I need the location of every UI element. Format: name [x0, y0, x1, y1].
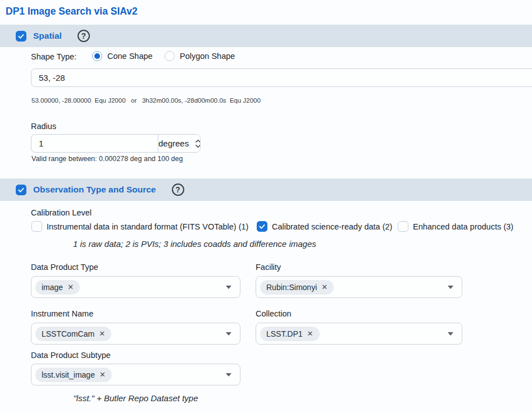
page-title: DP1 Image Search via SIAv2 [6, 6, 138, 17]
section-title-spatial: Spatial [33, 31, 62, 41]
section-header-observation: Observation Type and Source ? [0, 178, 532, 201]
enhanced-products-checkbox[interactable] [398, 221, 408, 232]
chip-remove-icon[interactable]: ✕ [99, 371, 106, 378]
dropdown-arrow-icon [226, 373, 231, 377]
position-hint: 53.00000, -28.00000 Equ J2000 or 3h32m00… [31, 97, 261, 104]
radio-label: Polygon Shape [180, 52, 235, 61]
collection-combobox[interactable]: LSST.DP1 ✕ [256, 323, 462, 345]
radio-option-polygon-shape: Polygon Shape [165, 51, 235, 61]
chip-label: image [42, 283, 63, 292]
section-header-spatial: Spatial ? [0, 25, 532, 47]
facility-combobox[interactable]: Rubin:Simonyi ✕ [256, 276, 462, 298]
calibrated-data-checkbox[interactable] [257, 221, 267, 232]
chip-remove-icon[interactable]: ✕ [99, 330, 105, 337]
instrumental-data-checkbox[interactable] [31, 221, 42, 232]
checkbox-item-calibrated: Calibrated science-ready data (2) [257, 221, 392, 232]
observation-section-checkbox[interactable] [16, 185, 26, 195]
instrument-name-label: Instrument Name [31, 309, 93, 318]
data-product-type-combobox[interactable]: image ✕ [31, 276, 240, 298]
help-icon[interactable]: ? [78, 30, 90, 42]
selected-chip: lsst.visit_image ✕ [35, 368, 112, 382]
data-product-subtype-label: Data Product Subtype [31, 351, 111, 360]
dropdown-arrow-icon [448, 332, 453, 336]
section-title-observation: Observation Type and Source [33, 185, 156, 195]
spinner-arrows-icon [195, 139, 201, 149]
dropdown-arrow-icon [226, 286, 231, 289]
checkbox-item-enhanced: Enhanced data products (3) [398, 221, 513, 232]
calibration-note: 1 is raw data; 2 is PVIs; 3 includes coa… [73, 239, 316, 249]
checkbox-label: Enhanced data products (3) [413, 222, 513, 231]
checkbox-item-instrumental: Instrumental data in standard format (FI… [31, 221, 248, 232]
selected-chip: LSSTComCam ✕ [35, 327, 111, 341]
radius-range-hint: Valid range between: 0.000278 deg and 10… [31, 155, 183, 163]
help-icon[interactable]: ? [172, 183, 184, 196]
data-product-type-label: Data Product Type [31, 263, 98, 272]
spatial-section-checkbox[interactable] [16, 31, 26, 42]
selected-chip: image ✕ [35, 280, 80, 295]
selected-chip: Rubin:Simonyi ✕ [260, 280, 334, 295]
chip-label: LSST.DP1 [266, 329, 303, 338]
radius-unit-select[interactable]: degrees [158, 135, 201, 152]
check-icon [17, 33, 25, 40]
shape-type-label: Shape Type: [31, 52, 76, 61]
chip-label: LSSTComCam [42, 329, 94, 338]
calibration-level-label: Calibration Level [31, 208, 92, 217]
radius-input[interactable] [31, 135, 158, 152]
radius-label: Radius [31, 122, 56, 131]
polygon-shape-radio[interactable] [165, 51, 175, 61]
chip-remove-icon[interactable]: ✕ [307, 330, 313, 337]
dropdown-arrow-icon [226, 332, 231, 336]
chip-label: Rubin:Simonyi [266, 283, 317, 292]
radius-unit-value: degrees [158, 139, 189, 148]
data-product-subtype-combobox[interactable]: lsst.visit_image ✕ [31, 364, 240, 386]
position-input[interactable] [31, 68, 532, 87]
cone-shape-radio[interactable] [92, 51, 102, 61]
checkbox-label: Instrumental data in standard format (FI… [47, 222, 248, 231]
sia-search-form: DP1 Image Search via SIAv2 Spatial ? Sha… [0, 0, 532, 413]
radio-option-cone-shape: Cone Shape [92, 51, 153, 61]
chip-remove-icon[interactable]: ✕ [321, 283, 328, 291]
dropdown-arrow-icon [448, 286, 453, 289]
check-icon [258, 223, 266, 230]
radius-input-group: degrees [31, 134, 201, 153]
check-icon [17, 186, 25, 194]
selected-chip: LSST.DP1 ✕ [260, 327, 320, 341]
collection-label: Collection [256, 309, 292, 318]
facility-label: Facility [256, 263, 281, 272]
checkbox-label: Calibrated science-ready data (2) [272, 222, 392, 231]
radio-label: Cone Shape [107, 52, 153, 61]
chip-remove-icon[interactable]: ✕ [67, 283, 74, 291]
chip-label: lsst.visit_image [42, 370, 95, 379]
subtype-note: "lsst." + Butler Repo Dataset type [31, 393, 240, 403]
instrument-name-combobox[interactable]: LSSTComCam ✕ [31, 323, 240, 345]
